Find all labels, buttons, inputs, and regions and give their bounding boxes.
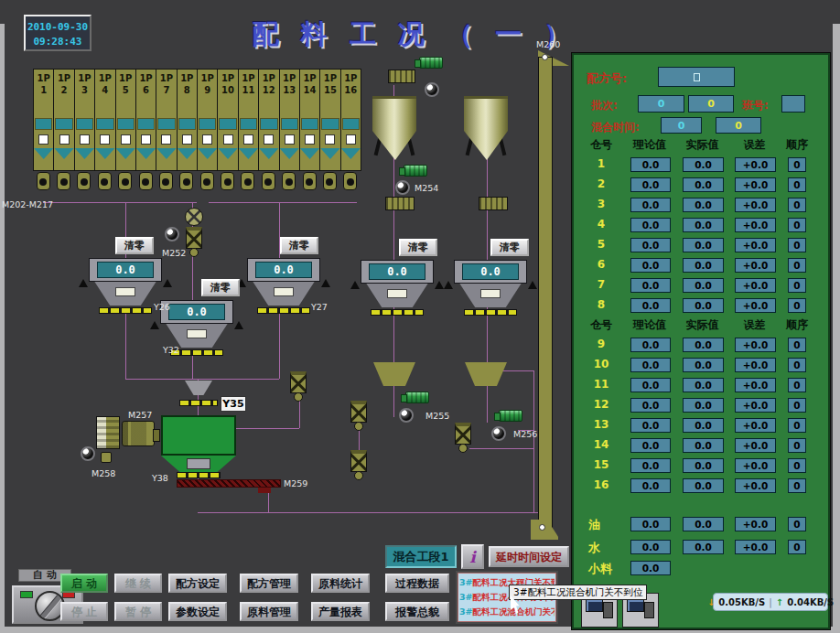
bin-number: 14 [300,85,319,97]
bin-feeder [262,172,275,190]
m254-indicator[interactable] [395,180,410,195]
stop-button[interactable]: 停 止 [60,602,108,621]
alarm-line[interactable]: 3#配料工况混合机门关不到位 [459,605,555,619]
shift-input[interactable] [781,95,805,113]
run-led [20,591,33,598]
bin-status-square [223,134,233,145]
batch-count-2[interactable]: 0 [688,95,734,113]
start-button[interactable]: 启 动 [60,574,108,593]
page-title: 配 料 工 况 （ 一 ） [245,16,584,53]
y27-label: Y27 [311,302,328,312]
storage-bin: 1P 5 [115,69,136,171]
m252-valve-icon [186,227,202,249]
bin-label: 1P [178,73,197,85]
bin-number: 13 [280,85,299,97]
sequence-value: 0 [788,218,806,232]
bin-number: 4 [583,218,619,231]
batch-label: 批次: [591,98,618,113]
alarm-summary-button[interactable]: 报警总貌 [385,602,449,621]
bin-feeder [139,172,153,190]
m259-label: M259 [284,478,307,488]
theoretical-value: 0.0 [630,157,671,172]
bin-status-square [59,134,70,145]
pipe [279,314,280,379]
bin-funnel [116,148,135,159]
table-row: 3 0.0 0.0 +0.0 0 [574,198,828,212]
silo1-bottom-valve-icon [385,197,415,210]
bin-number: 1 [34,85,53,97]
mixtime-1[interactable]: 0 [661,117,702,134]
bin-level-band [96,118,113,130]
info-icon[interactable]: i [461,544,484,569]
bin-funnel [34,148,53,159]
theoretical-value: 0.0 [630,198,671,212]
indicator[interactable] [425,82,439,97]
bin-feeder [343,172,357,190]
clear-button[interactable]: 清零 [490,239,529,256]
delay-time-setting-button[interactable]: 延时时间设定 [489,546,569,567]
bin-number: 7 [583,278,619,291]
download-speed: 0.05KB/S [718,597,765,607]
scale-display: 0.0 [97,262,154,278]
recipe-setting-button[interactable]: 配方设定 [168,574,227,593]
process-data-button[interactable]: 过程数据 [385,574,449,593]
table-row: 13 0.0 0.0 +0.0 0 [574,418,828,433]
sequence-value: 0 [788,198,806,212]
bin-level-band [76,118,93,130]
bucket-elevator [538,57,553,532]
m258-indicator[interactable] [81,446,95,461]
pipe [236,428,299,429]
bin-number: 6 [583,258,619,271]
actual-value: 0.0 [683,478,724,493]
clear-button[interactable]: 清零 [280,237,318,254]
theoretical-value: 0.0 [630,398,671,413]
bin-number: 2 [54,85,73,97]
recipe-input[interactable] [658,67,735,87]
sequence-value: 0 [788,438,806,453]
resume-button[interactable]: 继 续 [114,574,162,593]
bin-level-band [137,118,155,130]
y32-label: Y32 [163,345,179,355]
theoretical-value: 0.0 [630,177,671,192]
m256-indicator[interactable] [491,426,506,441]
error-value: +0.0 [735,238,776,252]
storage-bin: 1P 12 [258,69,279,171]
pause-button[interactable]: 暂 停 [114,602,162,621]
scale-5: 清零 0.0 [454,260,527,316]
sequence-value: 0 [788,378,806,392]
bin-number: 1 [583,157,619,170]
bin-level-band [342,118,360,130]
mixtime-2[interactable]: 0 [716,117,761,134]
bins-table-9-16: 9 0.0 0.0 +0.0 0 10 0.0 0.0 +0.0 0 11 0.… [574,338,828,493]
material-management-button[interactable]: 原料管理 [240,602,298,621]
clear-button[interactable]: 清零 [399,239,437,256]
bin-label: 1P [218,73,237,85]
mixing-section-button[interactable]: 混合工段1 [385,545,457,568]
batch-count-1[interactable]: 0 [638,95,684,113]
m255-indicator[interactable] [399,408,414,423]
recipe-management-button[interactable]: 配方管理 [240,574,298,593]
theoretical-value: 0.0 [630,218,671,232]
bin-funnel [218,148,237,159]
bin-status-square [264,134,274,145]
clear-button[interactable]: 清零 [201,279,240,296]
bin-number: 15 [583,458,619,471]
bin-level-band [240,118,257,130]
m252-indicator[interactable] [165,227,179,241]
minor-ingredient-row: 小料 0.0 [574,561,828,575]
theoretical-value: 0.0 [630,458,671,473]
output-report-button[interactable]: 产量报表 [311,602,370,621]
bin-number: 11 [583,378,619,391]
bin-number: 13 [583,418,619,431]
bin-funnel [198,148,217,159]
bin-status-square [100,134,110,145]
material-statistics-button[interactable]: 原料统计 [311,574,370,593]
bin-level-band [321,118,339,130]
clear-button[interactable]: 清零 [115,237,154,254]
parameter-setting-button[interactable]: 参数设定 [168,602,227,621]
m257-label: M257 [128,410,152,420]
bin-funnel [75,148,94,159]
storage-bin: 1P 11 [238,69,259,171]
m256-label: M256 [513,429,537,439]
rotary-valve-icon [350,450,367,472]
